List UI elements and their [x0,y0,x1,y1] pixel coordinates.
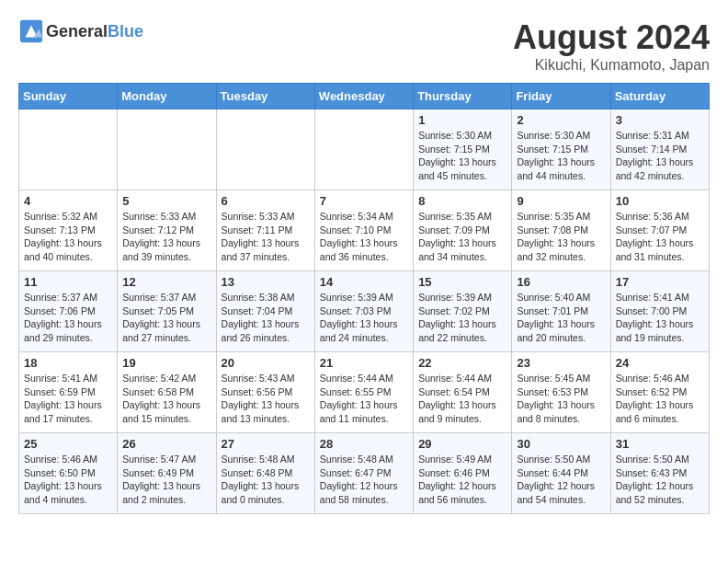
day-number: 22 [418,356,506,370]
calendar-cell: 1Sunrise: 5:30 AM Sunset: 7:15 PM Daylig… [414,109,512,190]
calendar-subtitle: Kikuchi, Kumamoto, Japan [513,57,710,74]
day-info: Sunrise: 5:38 AM Sunset: 7:04 PM Dayligh… [222,291,310,345]
day-info: Sunrise: 5:46 AM Sunset: 6:50 PM Dayligh… [24,453,112,507]
calendar-title: August 2024 [513,18,710,57]
week-row-0: 1Sunrise: 5:30 AM Sunset: 7:15 PM Daylig… [19,109,710,190]
calendar-table: SundayMondayTuesdayWednesdayThursdayFrid… [18,83,710,514]
logo-icon [18,18,44,44]
day-number: 17 [616,275,704,289]
day-number: 9 [517,194,605,208]
day-info: Sunrise: 5:32 AM Sunset: 7:13 PM Dayligh… [24,210,112,264]
day-number: 16 [517,275,605,289]
week-row-2: 11Sunrise: 5:37 AM Sunset: 7:06 PM Dayli… [19,271,710,352]
day-info: Sunrise: 5:44 AM Sunset: 6:54 PM Dayligh… [418,372,506,426]
calendar-cell: 3Sunrise: 5:31 AM Sunset: 7:14 PM Daylig… [610,109,709,190]
calendar-cell: 27Sunrise: 5:48 AM Sunset: 6:48 PM Dayli… [216,433,314,514]
calendar-cell: 28Sunrise: 5:48 AM Sunset: 6:47 PM Dayli… [314,433,413,514]
day-info: Sunrise: 5:46 AM Sunset: 6:52 PM Dayligh… [616,372,704,426]
calendar-cell: 26Sunrise: 5:47 AM Sunset: 6:49 PM Dayli… [118,433,216,514]
calendar-cell: 30Sunrise: 5:50 AM Sunset: 6:44 PM Dayli… [512,433,610,514]
calendar-cell: 24Sunrise: 5:46 AM Sunset: 6:52 PM Dayli… [610,352,709,433]
calendar-cell: 7Sunrise: 5:34 AM Sunset: 7:10 PM Daylig… [314,190,413,271]
calendar-cell: 4Sunrise: 5:32 AM Sunset: 7:13 PM Daylig… [19,190,118,271]
calendar-cell: 18Sunrise: 5:41 AM Sunset: 6:59 PM Dayli… [19,352,118,433]
calendar-cell: 14Sunrise: 5:39 AM Sunset: 7:03 PM Dayli… [314,271,413,352]
day-info: Sunrise: 5:40 AM Sunset: 7:01 PM Dayligh… [517,291,605,345]
day-info: Sunrise: 5:36 AM Sunset: 7:07 PM Dayligh… [616,210,704,264]
calendar-cell: 8Sunrise: 5:35 AM Sunset: 7:09 PM Daylig… [414,190,512,271]
calendar-cell: 17Sunrise: 5:41 AM Sunset: 7:00 PM Dayli… [610,271,709,352]
day-number: 19 [122,356,210,370]
calendar-cell: 5Sunrise: 5:33 AM Sunset: 7:12 PM Daylig… [118,190,216,271]
calendar-cell: 29Sunrise: 5:49 AM Sunset: 6:46 PM Dayli… [414,433,512,514]
day-info: Sunrise: 5:34 AM Sunset: 7:10 PM Dayligh… [320,210,408,264]
day-info: Sunrise: 5:41 AM Sunset: 6:59 PM Dayligh… [24,372,112,426]
day-info: Sunrise: 5:41 AM Sunset: 7:00 PM Dayligh… [616,291,704,345]
day-info: Sunrise: 5:50 AM Sunset: 6:43 PM Dayligh… [616,453,704,507]
logo-blue: Blue [108,22,143,40]
calendar-cell [118,109,216,190]
calendar-cell: 9Sunrise: 5:35 AM Sunset: 7:08 PM Daylig… [512,190,610,271]
day-info: Sunrise: 5:37 AM Sunset: 7:06 PM Dayligh… [24,291,112,345]
header-tuesday: Tuesday [216,84,314,109]
week-row-4: 25Sunrise: 5:46 AM Sunset: 6:50 PM Dayli… [19,433,710,514]
day-number: 4 [24,194,112,208]
day-number: 25 [24,437,112,451]
calendar-cell: 19Sunrise: 5:42 AM Sunset: 6:58 PM Dayli… [118,352,216,433]
day-number: 3 [616,113,704,127]
day-number: 26 [122,437,210,451]
day-number: 1 [418,113,506,127]
page-header: GeneralBlue August 2024 Kikuchi, Kumamot… [18,18,710,74]
day-info: Sunrise: 5:42 AM Sunset: 6:58 PM Dayligh… [122,372,210,426]
calendar-cell [216,109,314,190]
header-row: SundayMondayTuesdayWednesdayThursdayFrid… [19,84,710,109]
day-number: 7 [320,194,408,208]
header-wednesday: Wednesday [314,84,413,109]
day-info: Sunrise: 5:47 AM Sunset: 6:49 PM Dayligh… [122,453,210,507]
day-number: 13 [222,275,310,289]
calendar-cell: 11Sunrise: 5:37 AM Sunset: 7:06 PM Dayli… [19,271,118,352]
day-number: 2 [517,113,605,127]
day-number: 14 [320,275,408,289]
day-number: 23 [517,356,605,370]
day-number: 11 [24,275,112,289]
day-info: Sunrise: 5:30 AM Sunset: 7:15 PM Dayligh… [517,129,605,183]
day-number: 28 [320,437,408,451]
day-info: Sunrise: 5:43 AM Sunset: 6:56 PM Dayligh… [222,372,310,426]
day-info: Sunrise: 5:48 AM Sunset: 6:47 PM Dayligh… [320,453,408,507]
calendar-cell: 6Sunrise: 5:33 AM Sunset: 7:11 PM Daylig… [216,190,314,271]
day-info: Sunrise: 5:30 AM Sunset: 7:15 PM Dayligh… [418,129,506,183]
day-number: 15 [418,275,506,289]
title-section: August 2024 Kikuchi, Kumamoto, Japan [513,18,710,74]
day-info: Sunrise: 5:39 AM Sunset: 7:02 PM Dayligh… [418,291,506,345]
day-info: Sunrise: 5:44 AM Sunset: 6:55 PM Dayligh… [320,372,408,426]
day-info: Sunrise: 5:35 AM Sunset: 7:08 PM Dayligh… [517,210,605,264]
day-info: Sunrise: 5:33 AM Sunset: 7:12 PM Dayligh… [122,210,210,264]
day-number: 20 [222,356,310,370]
day-number: 30 [517,437,605,451]
week-row-1: 4Sunrise: 5:32 AM Sunset: 7:13 PM Daylig… [19,190,710,271]
day-info: Sunrise: 5:37 AM Sunset: 7:05 PM Dayligh… [122,291,210,345]
day-info: Sunrise: 5:49 AM Sunset: 6:46 PM Dayligh… [418,453,506,507]
week-row-3: 18Sunrise: 5:41 AM Sunset: 6:59 PM Dayli… [19,352,710,433]
day-number: 21 [320,356,408,370]
day-info: Sunrise: 5:48 AM Sunset: 6:48 PM Dayligh… [222,453,310,507]
day-number: 27 [222,437,310,451]
day-info: Sunrise: 5:50 AM Sunset: 6:44 PM Dayligh… [517,453,605,507]
logo: GeneralBlue [18,18,143,44]
day-info: Sunrise: 5:39 AM Sunset: 7:03 PM Dayligh… [320,291,408,345]
header-friday: Friday [512,84,610,109]
day-number: 18 [24,356,112,370]
calendar-cell: 12Sunrise: 5:37 AM Sunset: 7:05 PM Dayli… [118,271,216,352]
header-thursday: Thursday [414,84,512,109]
header-saturday: Saturday [610,84,709,109]
calendar-cell: 31Sunrise: 5:50 AM Sunset: 6:43 PM Dayli… [610,433,709,514]
calendar-cell: 20Sunrise: 5:43 AM Sunset: 6:56 PM Dayli… [216,352,314,433]
calendar-cell: 21Sunrise: 5:44 AM Sunset: 6:55 PM Dayli… [314,352,413,433]
calendar-cell: 2Sunrise: 5:30 AM Sunset: 7:15 PM Daylig… [512,109,610,190]
header-monday: Monday [118,84,216,109]
day-info: Sunrise: 5:45 AM Sunset: 6:53 PM Dayligh… [517,372,605,426]
calendar-cell: 16Sunrise: 5:40 AM Sunset: 7:01 PM Dayli… [512,271,610,352]
day-info: Sunrise: 5:31 AM Sunset: 7:14 PM Dayligh… [616,129,704,183]
day-number: 31 [616,437,704,451]
